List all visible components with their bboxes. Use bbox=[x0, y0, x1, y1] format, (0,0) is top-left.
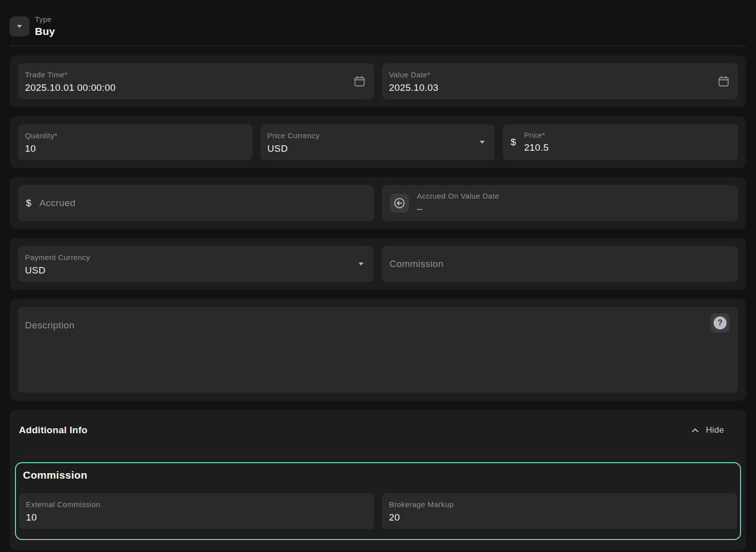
external-commission-value: 10 bbox=[26, 512, 366, 524]
quantity-price-card: Quantity* 10 Price Currency USD $ Price*… bbox=[10, 116, 746, 168]
chevron-down-icon bbox=[17, 25, 22, 28]
external-commission-field[interactable]: External Commission 10 bbox=[19, 493, 374, 529]
type-value: Buy bbox=[35, 25, 55, 37]
commission-section: Commission External Commission 10 Broker… bbox=[15, 462, 741, 540]
calendar-icon[interactable] bbox=[353, 75, 366, 88]
brokerage-markup-label: Brokerage Markup bbox=[389, 500, 729, 509]
price-field[interactable]: $ Price* 210.5 bbox=[503, 124, 738, 160]
additional-info-header: Additional Info Hide bbox=[15, 415, 741, 436]
chevron-up-icon bbox=[690, 425, 700, 435]
payment-currency-value: USD bbox=[25, 265, 366, 276]
price-currency-select[interactable]: Price Currency USD bbox=[260, 124, 495, 160]
chevron-down-icon bbox=[359, 263, 364, 266]
type-label: Type bbox=[35, 15, 55, 23]
trade-time-label: Trade Time* bbox=[25, 70, 366, 79]
calendar-icon[interactable] bbox=[717, 75, 730, 88]
accrued-on-value-date-label: Accrued On Value Date bbox=[417, 192, 499, 201]
commission-input[interactable] bbox=[389, 259, 730, 270]
divider bbox=[19, 456, 737, 456]
help-button[interactable]: ? bbox=[711, 313, 730, 332]
accrued-on-value-date-value: – bbox=[417, 203, 499, 215]
arrow-left-circle-icon bbox=[393, 197, 406, 210]
payment-currency-label: Payment Currency bbox=[25, 253, 366, 262]
price-currency-value: USD bbox=[267, 143, 487, 155]
value-date-label: Value Date* bbox=[389, 70, 730, 79]
commission-section-title: Commission bbox=[23, 469, 737, 481]
commission-field[interactable] bbox=[381, 246, 738, 282]
trade-time-field[interactable]: Trade Time* 2025.10.01 00:00:00 bbox=[18, 63, 374, 99]
dates-card: Trade Time* 2025.10.01 00:00:00 Value Da… bbox=[10, 55, 746, 107]
value-date-field[interactable]: Value Date* 2025.10.03 bbox=[382, 63, 738, 99]
hide-label: Hide bbox=[706, 425, 724, 435]
description-card: ? bbox=[10, 299, 746, 401]
payment-currency-select[interactable]: Payment Currency USD bbox=[18, 246, 374, 282]
dollar-icon: $ bbox=[511, 137, 516, 148]
quantity-value: 10 bbox=[25, 143, 244, 155]
external-commission-label: External Commission bbox=[26, 500, 366, 509]
type-selector-row: Type Buy bbox=[0, 0, 756, 37]
price-label: Price* bbox=[524, 131, 549, 140]
additional-info-card: Additional Info Hide Commission External… bbox=[10, 410, 746, 550]
value-date-value: 2025.10.03 bbox=[389, 82, 730, 94]
accrued-input[interactable] bbox=[39, 198, 366, 209]
revert-button[interactable] bbox=[390, 194, 409, 213]
quantity-field[interactable]: Quantity* 10 bbox=[18, 124, 252, 160]
price-value: 210.5 bbox=[524, 142, 549, 154]
quantity-label: Quantity* bbox=[25, 131, 244, 140]
hide-button[interactable]: Hide bbox=[690, 425, 724, 435]
trade-form: Type Buy Trade Time* 2025.10.01 00:00:00… bbox=[0, 0, 756, 552]
accrued-field[interactable]: $ bbox=[18, 185, 374, 221]
brokerage-markup-value: 20 bbox=[389, 512, 729, 524]
question-mark-icon: ? bbox=[714, 316, 727, 329]
type-dropdown-button[interactable] bbox=[9, 16, 29, 36]
payment-commission-card: Payment Currency USD bbox=[10, 238, 746, 290]
price-currency-label: Price Currency bbox=[267, 131, 487, 140]
additional-info-title: Additional Info bbox=[19, 425, 87, 436]
divider bbox=[10, 45, 746, 46]
accrued-card: $ Accrued On Value Date – bbox=[10, 177, 746, 229]
brokerage-markup-field[interactable]: Brokerage Markup 20 bbox=[382, 493, 737, 529]
dollar-icon: $ bbox=[26, 198, 31, 209]
accrued-on-value-date-field: Accrued On Value Date – bbox=[382, 185, 738, 221]
trade-time-value: 2025.10.01 00:00:00 bbox=[25, 82, 366, 94]
description-textarea[interactable] bbox=[18, 307, 738, 393]
type-selector[interactable]: Type Buy bbox=[35, 15, 55, 37]
chevron-down-icon bbox=[480, 141, 485, 144]
